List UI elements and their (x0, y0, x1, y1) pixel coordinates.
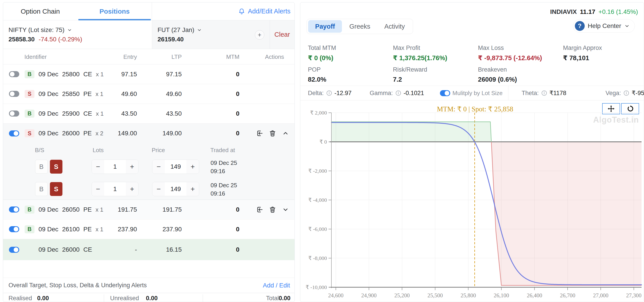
ltp-value: 16.15 (166, 246, 182, 253)
table-row: S 09 Dec26000PEx 2 149.00 149.00 0 (3, 124, 294, 143)
info-icon[interactable] (326, 90, 332, 96)
ltp-value: 237.90 (162, 226, 182, 233)
table-row: B 09 Dec25900CEx 1 43.50 43.50 0 (3, 104, 294, 124)
total-label: Total (266, 295, 279, 302)
underlying-selector[interactable]: NIFTY (Lot size: 75) 25858.30 -74.50 (-0… (3, 20, 152, 49)
future-price: 26159.40 (158, 36, 184, 43)
lot-size-toggle[interactable] (440, 90, 450, 96)
delete-position-icon[interactable] (269, 206, 276, 214)
tab-greeks[interactable]: Greeks (343, 20, 376, 33)
clear-button[interactable]: Clear (274, 31, 290, 38)
traded-at: 09 Dec 25 09:16 (210, 181, 237, 198)
lots-value[interactable]: 1 (104, 182, 126, 196)
future-label: FUT (27 Jan) (158, 26, 194, 34)
entry-value: 43.50 (121, 110, 137, 117)
position-toggle[interactable] (9, 91, 19, 97)
entry-value: 237.90 (118, 226, 137, 233)
info-icon[interactable] (623, 90, 630, 96)
svg-text:₹ -8,000: ₹ -8,000 (308, 255, 327, 261)
col-actions: Actions (256, 54, 293, 60)
realised-label: Realised (8, 295, 32, 302)
svg-text:27,000: 27,000 (593, 292, 608, 298)
sell-toggle-button[interactable]: S (50, 160, 62, 174)
tab-payoff[interactable]: Payoff (308, 20, 342, 33)
help-center-button[interactable]: ? Help Center (573, 19, 635, 33)
tab-activity[interactable]: Activity (378, 20, 412, 33)
ltp-value: 191.75 (162, 206, 182, 213)
lots-stepper: − 1 + (92, 160, 138, 174)
info-icon[interactable] (395, 90, 402, 96)
side-badge: B (24, 225, 34, 233)
overall-alerts-label: Overall Target, Stop Loss, Delta & Under… (8, 282, 147, 289)
side-badge: B (24, 206, 34, 214)
price-increment-button[interactable]: + (186, 182, 199, 196)
stat-risk-reward: Risk/Reward 7.2 (393, 66, 427, 83)
buy-toggle-button[interactable]: B (35, 182, 48, 196)
col-mtm: MTM (226, 54, 240, 60)
alerts-label: Add/Edit Alerts (248, 8, 290, 15)
add-edit-alerts-button[interactable]: Add/Edit Alerts (238, 2, 290, 20)
svg-text:27,300: 27,300 (626, 292, 642, 298)
traded-at: 09 Dec 25 09:16 (210, 159, 237, 176)
clear-cell: Clear (270, 20, 294, 49)
price-value[interactable]: 149 (165, 182, 186, 196)
indiavix-quote: INDIAVIX 11.17 +0.16 (1.45%) (550, 8, 638, 16)
expand-row-icon[interactable] (282, 206, 289, 213)
chevron-down-icon (67, 28, 72, 32)
spot-price: 25858.30 (8, 36, 35, 43)
price-decrement-button[interactable]: − (152, 160, 165, 174)
exit-position-icon[interactable] (256, 130, 263, 137)
lots-increment-button[interactable]: + (126, 160, 138, 174)
greeks-bar: Delta: -12.97 Gamma: -0.1021 Mulitply by… (300, 86, 644, 100)
bell-icon (238, 8, 245, 15)
position-toggle[interactable] (9, 71, 19, 77)
info-icon[interactable] (541, 90, 547, 96)
add-instrument-button[interactable]: + (255, 30, 264, 40)
exp-col-traded: Traded at (210, 147, 235, 154)
delete-position-icon[interactable] (269, 130, 276, 137)
side-badge: S (24, 129, 34, 137)
position-toggle[interactable] (9, 110, 19, 116)
spot-change: -74.50 (-0.29%) (39, 36, 82, 43)
stat-max-profit: Max Profit ₹ 1,376.25(1.76%) (393, 44, 447, 62)
greek-theta: Theta: ₹1178 (522, 86, 566, 100)
chevron-down-icon (197, 28, 202, 32)
add-edit-link[interactable]: Add / Edit (263, 282, 290, 289)
exp-col-bs: B/S (35, 147, 44, 154)
entry-value: - (135, 246, 137, 253)
position-toggle[interactable] (9, 130, 19, 136)
mtm-value: 0 (236, 246, 240, 253)
position-toggle[interactable] (9, 247, 19, 253)
stat-margin: Margin Approx ₹ 78,101 (563, 44, 602, 62)
sell-toggle-button[interactable]: S (50, 182, 62, 196)
stat-total-mtm: Total MTM ₹ 0 (0%) (308, 44, 336, 62)
svg-text:₹ -10,000: ₹ -10,000 (306, 284, 327, 290)
lots-decrement-button[interactable]: − (92, 160, 104, 174)
tab-option-chain[interactable]: Option Chain (3, 2, 78, 20)
lots-stepper: − 1 + (92, 182, 138, 196)
table-row: 09 Dec26000CE - 16.15 0 (3, 239, 294, 260)
entry-value: 49.60 (121, 90, 137, 98)
collapse-row-icon[interactable] (282, 130, 289, 137)
svg-text:24,600: 24,600 (328, 292, 344, 298)
table-row: S 09 Dec25850PEx 1 49.60 49.60 0 (3, 84, 294, 104)
price-decrement-button[interactable]: − (152, 182, 165, 196)
side-badge: B (24, 70, 34, 78)
positions-table-header: Identifier Entry LTP MTM Actions (3, 49, 294, 64)
tab-positions[interactable]: Positions (78, 2, 152, 20)
position-toggle[interactable] (9, 226, 19, 232)
price-value[interactable]: 149 (165, 160, 186, 174)
side-badge: S (24, 90, 34, 98)
payoff-chart[interactable]: ₹ 2,000₹ 0₹ -2,000₹ -4,000₹ -6,000₹ -8,0… (300, 100, 644, 302)
lots-value[interactable]: 1 (104, 160, 126, 174)
greek-delta: Delta: -12.97 (308, 86, 352, 100)
lots-decrement-button[interactable]: − (92, 182, 104, 196)
lot-size-toggle-group: Mulitply by Lot Size (440, 86, 502, 100)
entry-value: 191.75 (118, 206, 137, 213)
position-toggle[interactable] (9, 206, 19, 212)
buy-toggle-button[interactable]: B (35, 160, 48, 174)
future-selector[interactable]: FUT (27 Jan) 26159.40 + (152, 20, 270, 49)
lots-increment-button[interactable]: + (126, 182, 138, 196)
exit-position-icon[interactable] (256, 206, 263, 214)
price-increment-button[interactable]: + (186, 160, 199, 174)
